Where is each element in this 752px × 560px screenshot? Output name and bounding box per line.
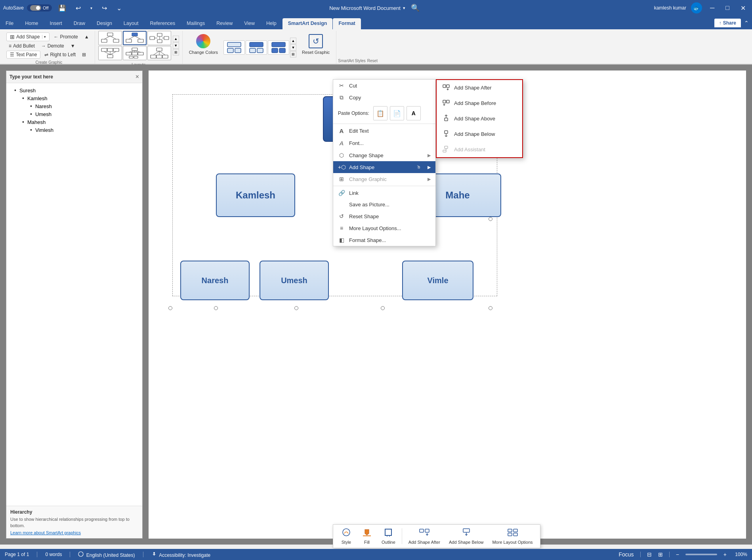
zoom-in-btn[interactable]: + xyxy=(723,551,727,558)
right-to-left-button[interactable]: ⇌ Right to Left xyxy=(42,51,78,59)
layouts-scroll-down[interactable]: ▼ xyxy=(173,42,179,49)
focus-button[interactable]: Focus xyxy=(619,551,634,558)
shape-naresh[interactable]: Naresh xyxy=(180,261,250,300)
layout-item-4[interactable] xyxy=(98,46,122,60)
share-button[interactable]: ↑ Share xyxy=(714,19,741,27)
mt-fill-button[interactable]: Fill xyxy=(357,526,377,546)
tab-help[interactable]: Help xyxy=(261,18,282,29)
shape-vimlesh[interactable]: Vimle xyxy=(402,261,473,300)
promote-button[interactable]: ← Promote xyxy=(51,33,80,41)
layout-item-2[interactable] xyxy=(123,31,147,45)
minimize-button[interactable]: ─ xyxy=(707,3,718,13)
ribbon-collapse[interactable]: ⌃ xyxy=(741,18,752,28)
undo-button[interactable]: ↩ xyxy=(73,3,84,13)
title-dropdown-icon[interactable]: ▾ xyxy=(403,6,405,11)
zoom-slider[interactable] xyxy=(685,554,717,555)
tab-design[interactable]: Design xyxy=(91,18,118,29)
paste-btn-2[interactable]: 📄 xyxy=(390,106,404,120)
add-shape-button[interactable]: ⊞ Add Shape ▾ xyxy=(6,32,50,41)
tab-home[interactable]: Home xyxy=(19,18,44,29)
layouts-more[interactable]: ⊞ xyxy=(173,49,179,55)
cm-font[interactable]: A Font... xyxy=(333,137,435,149)
add-shape-dropdown[interactable]: ▾ xyxy=(42,35,46,39)
shape-umesh[interactable]: Umesh xyxy=(260,261,329,300)
tab-view[interactable]: View xyxy=(239,18,260,29)
sm-add-shape-above[interactable]: Add Shape Above xyxy=(437,111,522,126)
add-bullet-button[interactable]: ≡ Add Bullet xyxy=(6,42,37,50)
move-down-button[interactable]: ▼ xyxy=(68,42,78,50)
cm-reset-shape[interactable]: ↺ Reset Shape xyxy=(333,210,435,222)
handle-bottom-left[interactable] xyxy=(168,306,172,310)
shape-kamlesh[interactable]: Kamlesh xyxy=(216,173,295,217)
cm-edit-text-label: Edit Text xyxy=(349,128,431,134)
mt-add-shape-below-button[interactable]: Add Shape Below xyxy=(445,526,487,546)
change-colors-button[interactable]: Change Colors xyxy=(186,32,221,56)
layout-item-3[interactable] xyxy=(147,31,171,45)
cm-change-shape[interactable]: ⬡ Change Shape ▶ xyxy=(333,149,435,161)
tab-references[interactable]: References xyxy=(144,18,181,29)
tab-insert[interactable]: Insert xyxy=(44,18,68,29)
style-item-1[interactable] xyxy=(223,40,245,55)
cm-save-picture[interactable]: Save as Picture... xyxy=(333,199,435,210)
sm-add-shape-below[interactable]: Add Shape Below xyxy=(437,126,522,142)
zoom-out-btn[interactable]: − xyxy=(676,551,679,558)
save-button[interactable]: 💾 xyxy=(55,3,69,13)
mt-add-shape-after-button[interactable]: Add Shape After xyxy=(405,526,444,546)
close-button[interactable]: ✕ xyxy=(737,3,749,13)
layout-item-6[interactable] xyxy=(147,46,171,60)
info-link[interactable]: Learn more about SmartArt graphics xyxy=(10,530,81,535)
web-layout-btn[interactable]: ⊞ xyxy=(658,551,663,558)
layouts-scroll-up[interactable]: ▲ xyxy=(173,36,179,42)
cm-cut[interactable]: ✂ Cut xyxy=(333,80,435,91)
mt-style-button[interactable]: Style xyxy=(336,526,356,546)
layout-item-5[interactable] xyxy=(123,46,147,60)
cm-more-layout[interactable]: ≡ More Layout Options... xyxy=(333,222,435,234)
handle-bottom-center3[interactable] xyxy=(381,306,385,310)
handle-bottom-center2[interactable] xyxy=(294,306,298,310)
paste-btn-1[interactable]: 📋 xyxy=(373,106,387,120)
tab-review[interactable]: Review xyxy=(211,18,238,29)
tab-format[interactable]: Format xyxy=(333,18,361,29)
handle-bottom-right[interactable] xyxy=(489,306,492,310)
restore-button[interactable]: □ xyxy=(722,3,733,13)
style-item-2[interactable] xyxy=(246,40,267,55)
tab-layout[interactable]: Layout xyxy=(118,18,144,29)
text-pane-editor[interactable]: • Suresh • Kamlesh • Naresh • Umesh • Ma… xyxy=(6,83,142,506)
styles-more[interactable]: ⊞ xyxy=(290,51,296,57)
layout-item-1[interactable] xyxy=(98,31,122,45)
handle-bottom-center1[interactable] xyxy=(214,306,218,310)
layout-control-button[interactable]: ⊞ xyxy=(80,51,88,59)
handle-mid-right[interactable] xyxy=(489,217,492,221)
qat-customize[interactable]: ⌄ xyxy=(113,3,125,13)
tab-file[interactable]: File xyxy=(0,18,19,29)
text-pane-close-button[interactable]: × xyxy=(136,73,139,80)
text-pane-button[interactable]: ☰ Text Pane xyxy=(6,51,40,59)
styles-scroll-down[interactable]: ▼ xyxy=(290,44,296,51)
style-item-3[interactable] xyxy=(268,40,289,55)
redo-button[interactable]: ↪ xyxy=(99,3,110,13)
svg-rect-2 xyxy=(113,39,119,42)
search-button[interactable]: 🔍 xyxy=(408,2,423,14)
reset-graphic-button[interactable]: ↺ Reset Graphic xyxy=(299,32,333,56)
move-up-button[interactable]: ▲ xyxy=(82,33,92,41)
cm-link[interactable]: 🔗 Link xyxy=(333,187,435,199)
tab-smartart-design[interactable]: SmartArt Design xyxy=(282,18,333,29)
sm-add-shape-after[interactable]: Add Shape After xyxy=(437,80,522,95)
cm-edit-text[interactable]: A Edit Text xyxy=(333,125,435,137)
sm-add-shape-above-label: Add Shape Above xyxy=(454,116,495,122)
autosave-toggle[interactable]: Off xyxy=(27,4,52,11)
mt-more-layout-button[interactable]: More Layout Options xyxy=(488,526,536,546)
tab-draw[interactable]: Draw xyxy=(68,18,91,29)
print-layout-btn[interactable]: ⊟ xyxy=(647,551,652,558)
cm-format-shape[interactable]: ◧ Format Shape... xyxy=(333,234,435,246)
cm-add-shape[interactable]: +⬡ Add Shape 🖱 ▶ xyxy=(333,161,435,173)
undo-dropdown[interactable]: ▾ xyxy=(87,4,95,12)
paste-btn-3[interactable]: A xyxy=(407,106,421,120)
user-avatar[interactable]: 🐟 xyxy=(691,2,702,13)
demote-button[interactable]: → Demote xyxy=(39,42,67,50)
cm-copy[interactable]: ⧉ Copy xyxy=(333,91,435,104)
tab-mailings[interactable]: Mailings xyxy=(181,18,210,29)
sm-add-shape-before[interactable]: Add Shape Before xyxy=(437,95,522,111)
mt-outline-button[interactable]: Outline xyxy=(378,526,399,546)
styles-scroll-up[interactable]: ▲ xyxy=(290,38,296,44)
